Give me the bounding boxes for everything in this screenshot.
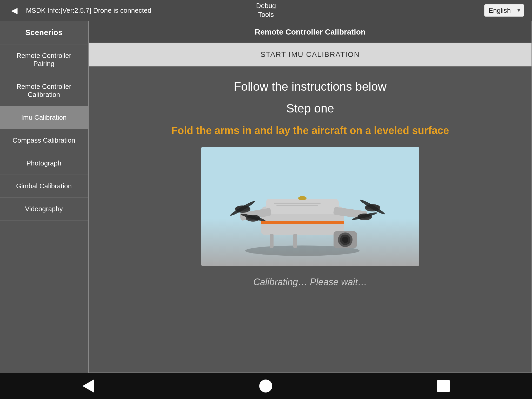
instruction-title: Follow the instructions below xyxy=(234,79,387,94)
language-select-container[interactable]: English Chinese French Spanish German xyxy=(484,4,524,17)
step-title: Step one xyxy=(286,101,334,115)
bottom-navigation xyxy=(0,373,532,399)
svg-rect-23 xyxy=(293,234,297,248)
sidebar-item-imu-calibration[interactable]: Imu Calibration xyxy=(0,106,88,129)
content-header-title: Remote Controller Calibration xyxy=(255,28,366,36)
msdk-info-label: MSDK Info:[Ver:2.5.7] Drone is connected xyxy=(26,6,151,15)
topbar: ◀ MSDK Info:[Ver:2.5.7] Drone is connect… xyxy=(0,0,532,21)
svg-rect-26 xyxy=(276,205,318,206)
calibrating-status-text: Calibrating… Please wait… xyxy=(253,277,367,288)
language-select[interactable]: English Chinese French Spanish German xyxy=(484,4,524,17)
debug-tools-label: DebugTools xyxy=(256,2,276,19)
nav-home-button[interactable] xyxy=(259,380,272,393)
svg-rect-25 xyxy=(274,203,321,204)
sidebar-item-remote-controller-calibration[interactable]: Remote Controller Calibration xyxy=(0,75,88,106)
nav-recent-button[interactable] xyxy=(437,380,450,392)
sidebar-item-photograph[interactable]: Photograph xyxy=(0,152,88,175)
svg-rect-3 xyxy=(261,221,344,224)
content-area: Remote Controller Calibration START IMU … xyxy=(88,21,532,373)
svg-point-24 xyxy=(298,196,307,200)
back-button[interactable]: ◀ xyxy=(8,4,21,17)
svg-rect-22 xyxy=(270,234,274,248)
start-imu-calibration-button[interactable]: START IMU CALIBRATION xyxy=(89,43,531,66)
sidebar-item-compass-calibration[interactable]: Compass Calibration xyxy=(0,129,88,152)
main-area: Scenerios Remote Controller Pairing Remo… xyxy=(0,21,532,373)
language-selector-wrapper: English Chinese French Spanish German xyxy=(484,4,524,17)
sidebar: Scenerios Remote Controller Pairing Remo… xyxy=(0,21,88,373)
drone-image xyxy=(201,147,419,266)
sidebar-item-videography[interactable]: Videography xyxy=(0,198,88,221)
instruction-detail: Fold the arms in and lay the aircraft on… xyxy=(171,125,449,136)
sidebar-item-gimbal-calibration[interactable]: Gimbal Calibration xyxy=(0,175,88,198)
sidebar-title: Scenerios xyxy=(0,21,88,44)
drone-svg xyxy=(219,155,401,258)
sidebar-item-remote-controller-pairing[interactable]: Remote Controller Pairing xyxy=(0,44,88,75)
nav-back-button[interactable] xyxy=(82,379,94,393)
svg-rect-2 xyxy=(266,199,339,214)
content-body: Follow the instructions below Step one F… xyxy=(89,66,531,373)
content-header: Remote Controller Calibration xyxy=(89,21,531,43)
svg-point-21 xyxy=(342,237,348,243)
